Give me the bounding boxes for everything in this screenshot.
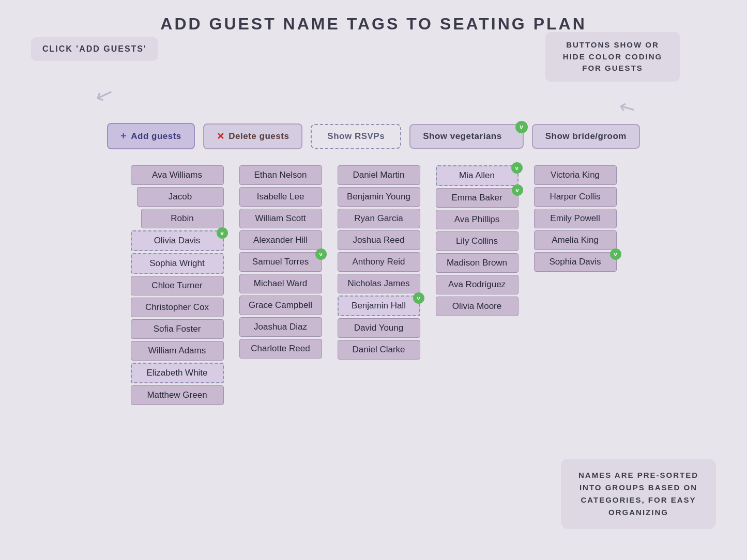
name-tag[interactable]: Matthew Green: [131, 385, 224, 405]
name-tag[interactable]: Sophia Davisv: [534, 252, 617, 272]
guest-column-3: Daniel MartinBenjamin YoungRyan GarciaJo…: [338, 165, 420, 405]
name-tag[interactable]: Lily Collins: [436, 231, 519, 251]
name-tag[interactable]: Olivia Moore: [436, 297, 519, 316]
add-guests-button[interactable]: + Add guests: [107, 123, 195, 149]
veg-indicator-badge: v: [315, 248, 327, 260]
name-tag[interactable]: Elizabeth White: [131, 363, 224, 383]
name-tag[interactable]: Harper Collis: [534, 187, 617, 207]
show-vegetarians-button[interactable]: Show vegetarians v: [409, 124, 524, 149]
name-tag[interactable]: Michael Ward: [239, 274, 322, 293]
callout-add-guests: CLICK 'ADD GUESTS': [31, 37, 158, 61]
veg-indicator-badge: v: [511, 162, 523, 174]
name-tag[interactable]: Daniel Martin: [338, 165, 420, 185]
name-tag[interactable]: Ethan Nelson: [239, 165, 322, 185]
x-icon: ✕: [217, 131, 225, 142]
name-tag[interactable]: Olivia Davisv: [131, 230, 224, 251]
guest-column-1: Ava WilliamsJacobRobinOlivia DavisvSophi…: [131, 165, 224, 405]
show-rsvps-button[interactable]: Show RSVPs: [311, 124, 401, 149]
name-tag[interactable]: Ava Phillips: [436, 210, 519, 229]
name-tag[interactable]: David Young: [338, 318, 420, 338]
name-tag[interactable]: Sofia Foster: [131, 319, 224, 339]
name-tag[interactable]: Madison Brown: [436, 253, 519, 273]
name-tag[interactable]: William Adams: [131, 341, 224, 361]
name-tag[interactable]: Amelia King: [534, 230, 617, 250]
toolbar: + Add guests ✕ Delete guests Show RSVPs …: [0, 123, 747, 149]
name-tag[interactable]: Ava Williams: [131, 165, 224, 185]
name-tag[interactable]: Samuel Torresv: [239, 252, 322, 272]
name-tag[interactable]: Joashua Diaz: [239, 317, 322, 337]
name-tag[interactable]: Benjamin Hallv: [338, 295, 420, 316]
name-tag[interactable]: Christopher Cox: [131, 298, 224, 317]
veg-indicator-badge: v: [413, 292, 424, 304]
name-tag[interactable]: Victoria King: [534, 165, 617, 185]
seating-area: Ava WilliamsJacobRobinOlivia DavisvSophi…: [0, 165, 747, 405]
name-tag[interactable]: Jacob: [137, 187, 224, 207]
callout-color-coding: BUTTONS SHOW OR HIDE COLOR CODING FOR GU…: [545, 32, 680, 82]
veg-indicator-badge: v: [512, 184, 523, 196]
name-tag[interactable]: Ryan Garcia: [338, 209, 420, 228]
name-tag[interactable]: William Scott: [239, 209, 322, 228]
name-tag[interactable]: Robin: [141, 209, 224, 228]
name-tag[interactable]: Daniel Clarke: [338, 340, 420, 360]
veg-indicator-badge: v: [610, 248, 621, 260]
name-tag[interactable]: Chloe Turner: [131, 276, 224, 295]
guest-column-5: Victoria KingHarper CollisEmily PowellAm…: [534, 165, 617, 405]
vegetarian-badge: v: [515, 121, 528, 133]
arrow-left-icon: ↙: [92, 79, 118, 109]
plus-icon: +: [120, 130, 127, 142]
arrow-right-icon: ↙: [615, 95, 641, 122]
name-tag[interactable]: Nicholas James: [338, 274, 420, 293]
name-tag[interactable]: Emily Powell: [534, 209, 617, 228]
name-tag[interactable]: Mia Allenv: [436, 165, 519, 186]
delete-guests-button[interactable]: ✕ Delete guests: [203, 123, 303, 149]
veg-indicator-badge: v: [217, 227, 228, 239]
show-bride-groom-button[interactable]: Show bride/groom: [532, 124, 640, 149]
name-tag[interactable]: Joshua Reed: [338, 230, 420, 250]
guest-column-2: Ethan NelsonIsabelle LeeWilliam ScottAle…: [239, 165, 322, 405]
name-tag[interactable]: Ava Rodriguez: [436, 275, 519, 294]
name-tag[interactable]: Isabelle Lee: [239, 187, 322, 207]
name-tag[interactable]: Benjamin Young: [338, 187, 420, 207]
callout-pre-sorted: NAMES ARE PRE-SORTED INTO GROUPS BASED O…: [561, 459, 716, 529]
guest-column-4: Mia AllenvEmma BakervAva PhillipsLily Co…: [436, 165, 519, 405]
name-tag[interactable]: Charlotte Reed: [239, 339, 322, 359]
name-tag[interactable]: Emma Bakerv: [436, 188, 519, 208]
name-tag[interactable]: Anthony Reid: [338, 252, 420, 272]
name-tag[interactable]: Grace Campbell: [239, 295, 322, 315]
name-tag[interactable]: Alexander Hill: [239, 230, 322, 250]
name-tag[interactable]: Sophia Wright: [131, 253, 224, 274]
